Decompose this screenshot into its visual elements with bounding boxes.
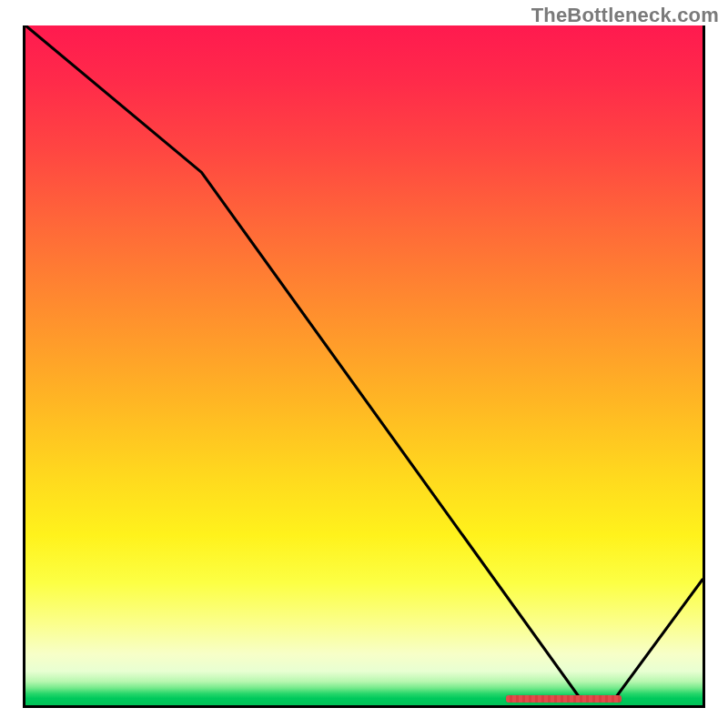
chart-line-layer bbox=[25, 25, 703, 705]
optimal-range-marker bbox=[506, 695, 621, 703]
chart-plot-area bbox=[23, 25, 705, 708]
watermark-text: TheBottleneck.com bbox=[531, 4, 719, 27]
series-curve bbox=[25, 25, 703, 699]
